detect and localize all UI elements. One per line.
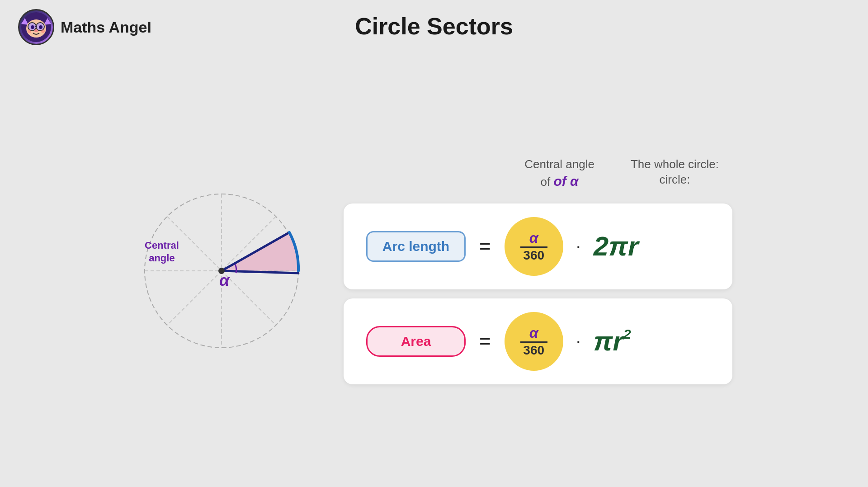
- page-title: Circle Sectors: [355, 13, 513, 40]
- arc-length-label: Arc length: [366, 231, 466, 262]
- circle-diagram: Centralangle α: [136, 185, 307, 357]
- logo-container: Maths Angel: [18, 9, 151, 45]
- arc-equals: =: [475, 235, 495, 258]
- arc-expression: 2πr: [594, 231, 638, 262]
- svg-point-9: [28, 23, 36, 30]
- area-fraction: α 360: [505, 312, 563, 371]
- svg-point-12: [28, 29, 31, 33]
- area-denominator: 360: [523, 344, 544, 357]
- svg-point-10: [37, 23, 44, 30]
- logo-icon: [18, 9, 54, 45]
- svg-point-11: [34, 29, 38, 32]
- svg-point-13: [41, 29, 45, 33]
- central-angle-header: Central angle of of α: [524, 157, 594, 190]
- area-equals: =: [475, 330, 495, 353]
- brand-name: Maths Angel: [61, 19, 151, 36]
- arc-dot: ·: [572, 236, 585, 256]
- area-dot: ·: [572, 331, 585, 351]
- area-superscript: 2: [623, 327, 631, 341]
- area-numerator: α: [529, 326, 538, 340]
- central-angle-label: Centralangle: [145, 239, 179, 265]
- arc-denominator: 360: [523, 249, 544, 262]
- area-expression: πr2: [594, 326, 631, 357]
- arc-numerator: α: [529, 231, 538, 245]
- area-fraction-line: [520, 341, 547, 343]
- column-headers: Central angle of of α The whole circle: …: [344, 157, 732, 190]
- formulas-section: Central angle of of α The whole circle: …: [344, 157, 732, 384]
- arc-fraction: α 360: [505, 217, 563, 276]
- fraction-line: [520, 246, 547, 248]
- main-content: Centralangle α: [0, 54, 868, 487]
- area-card: Area = α 360 · πr2: [344, 298, 732, 384]
- arc-length-card: Arc length = α 360 · 2πr: [344, 203, 732, 289]
- alpha-label: α: [219, 271, 229, 290]
- whole-circle-header: The whole circle: circle:: [631, 157, 719, 190]
- area-label: Area: [366, 326, 466, 357]
